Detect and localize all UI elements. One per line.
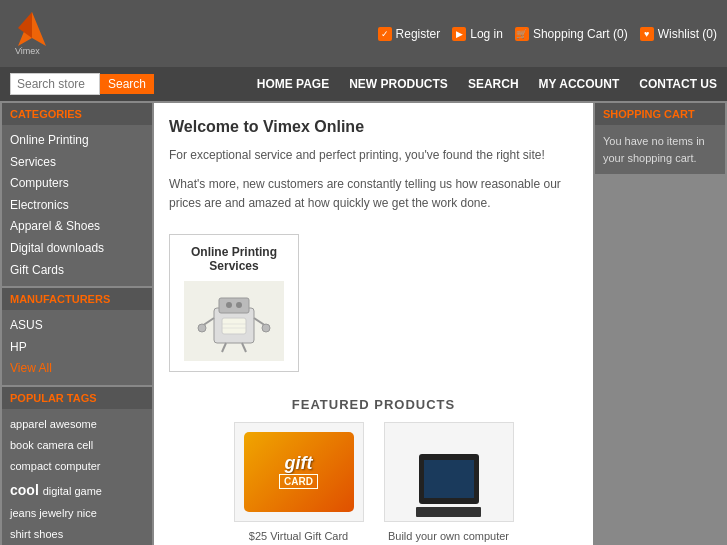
login-label[interactable]: Log in xyxy=(470,27,503,41)
cat-online-printing[interactable]: Online Printing xyxy=(10,130,144,152)
register-label[interactable]: Register xyxy=(396,27,441,41)
logo: Vimex xyxy=(10,8,55,59)
logo-image: Vimex xyxy=(10,8,55,59)
svg-rect-2 xyxy=(219,298,249,313)
nav-contact[interactable]: CONTACT US xyxy=(639,77,717,91)
featured-header: FEATURED PRODUCTS xyxy=(169,397,578,412)
right-sidebar: SHOPPING CART You have no items in your … xyxy=(595,103,725,545)
tag-shoes[interactable]: shoes xyxy=(34,528,63,540)
popular-tags-section: POPULAR TAGS apparel awesome book camera… xyxy=(2,387,152,545)
tag-cool[interactable]: cool xyxy=(10,482,43,498)
tag-cell[interactable]: cell xyxy=(77,439,94,451)
tag-apparel[interactable]: apparel xyxy=(10,418,50,430)
header: Vimex ✓ Register ▶ Log in 🛒 Shopping Car… xyxy=(0,0,727,67)
cart-label[interactable]: Shopping Cart (0) xyxy=(533,27,628,41)
wishlist-link[interactable]: ♥ Wishlist (0) xyxy=(640,27,717,41)
login-link[interactable]: ▶ Log in xyxy=(452,27,503,41)
categories-header: CATEGORIES xyxy=(2,103,152,125)
keyboard xyxy=(416,507,481,517)
login-icon: ▶ xyxy=(452,27,466,41)
product-gift-card[interactable]: gift CARD $25 Virtual Gift Card xyxy=(234,422,364,542)
mfr-hp[interactable]: HP xyxy=(10,337,144,359)
wishlist-label[interactable]: Wishlist (0) xyxy=(658,27,717,41)
nav-links: HOME PAGE NEW PRODUCTS SEARCH MY ACCOUNT… xyxy=(257,77,717,91)
monitor xyxy=(419,454,479,504)
product-computer[interactable]: Build your own computer xyxy=(384,422,514,542)
tag-nice[interactable]: nice xyxy=(77,507,97,519)
search-input[interactable] xyxy=(10,73,100,95)
search-box: Search xyxy=(10,73,154,95)
tags-container: apparel awesome book camera cell compact… xyxy=(2,409,152,545)
wishlist-icon: ♥ xyxy=(640,27,654,41)
nav-my-account[interactable]: MY ACCOUNT xyxy=(539,77,620,91)
cat-gift-cards[interactable]: Gift Cards xyxy=(10,260,144,282)
printing-box[interactable]: Online Printing Services xyxy=(169,234,299,372)
register-link[interactable]: ✓ Register xyxy=(378,27,441,41)
cart-link[interactable]: 🛒 Shopping Cart (0) xyxy=(515,27,628,41)
svg-point-7 xyxy=(198,324,206,332)
gift-card-img: gift CARD xyxy=(234,422,364,522)
cat-digital-downloads[interactable]: Digital downloads xyxy=(10,238,144,260)
navbar: Search HOME PAGE NEW PRODUCTS SEARCH MY … xyxy=(0,67,727,101)
gift-card-name: $25 Virtual Gift Card xyxy=(234,530,364,542)
categories-content: Online Printing Services Computers Elect… xyxy=(2,125,152,286)
printing-img xyxy=(184,281,284,361)
cat-apparel[interactable]: Apparel & Shoes xyxy=(10,216,144,238)
categories-section: CATEGORIES Online Printing Services Comp… xyxy=(2,103,152,286)
manufacturers-content: ASUS HP View All xyxy=(2,310,152,385)
tag-book[interactable]: book xyxy=(10,439,37,451)
nav-new-products[interactable]: NEW PRODUCTS xyxy=(349,77,448,91)
svg-line-9 xyxy=(222,343,226,352)
computer-visual xyxy=(404,427,494,517)
computer-img xyxy=(384,422,514,522)
manufacturers-section: MANUFACTURERS ASUS HP View All xyxy=(2,288,152,385)
cat-computers[interactable]: Computers xyxy=(10,173,144,195)
welcome-title: Welcome to Vimex Online xyxy=(169,118,578,136)
computer-name: Build your own computer xyxy=(384,530,514,542)
tag-digital[interactable]: digital xyxy=(43,485,75,497)
tag-jewelry[interactable]: jewelry xyxy=(39,507,76,519)
tag-computer[interactable]: computer xyxy=(55,460,101,472)
tag-awesome[interactable]: awesome xyxy=(50,418,97,430)
mfr-asus[interactable]: ASUS xyxy=(10,315,144,337)
tag-jeans[interactable]: jeans xyxy=(10,507,39,519)
products-row: gift CARD $25 Virtual Gift Card Buil xyxy=(169,422,578,542)
register-icon: ✓ xyxy=(378,27,392,41)
content-area: Welcome to Vimex Online For exceptional … xyxy=(154,103,593,545)
printing-box-title: Online Printing Services xyxy=(180,245,288,273)
main: CATEGORIES Online Printing Services Comp… xyxy=(0,101,727,545)
popular-tags-header: POPULAR TAGS xyxy=(2,387,152,409)
tag-game[interactable]: game xyxy=(74,485,102,497)
cart-icon: 🛒 xyxy=(515,27,529,41)
welcome-p2: What's more, new customers are constantl… xyxy=(169,175,578,213)
tag-compact[interactable]: compact xyxy=(10,460,55,472)
tag-camera[interactable]: camera xyxy=(37,439,77,451)
welcome-p1: For exceptional service and perfect prin… xyxy=(169,146,578,165)
header-right: ✓ Register ▶ Log in 🛒 Shopping Cart (0) … xyxy=(378,27,717,41)
svg-rect-11 xyxy=(222,318,246,334)
mfr-view-all[interactable]: View All xyxy=(10,358,144,380)
gift-card-visual: gift CARD xyxy=(244,432,354,512)
shopping-cart-header: SHOPPING CART xyxy=(595,103,725,125)
shopping-cart-section: SHOPPING CART You have no items in your … xyxy=(595,103,725,174)
nav-home[interactable]: HOME PAGE xyxy=(257,77,329,91)
shopping-cart-content: You have no items in your shopping cart. xyxy=(595,125,725,174)
cat-services[interactable]: Services xyxy=(10,152,144,174)
svg-point-3 xyxy=(226,302,232,308)
search-button[interactable]: Search xyxy=(100,74,154,94)
svg-point-4 xyxy=(236,302,242,308)
left-sidebar: CATEGORIES Online Printing Services Comp… xyxy=(2,103,152,545)
manufacturers-header: MANUFACTURERS xyxy=(2,288,152,310)
cat-electronics[interactable]: Electronics xyxy=(10,195,144,217)
svg-line-10 xyxy=(242,343,246,352)
nav-search[interactable]: SEARCH xyxy=(468,77,519,91)
monitor-screen xyxy=(424,460,474,498)
svg-point-8 xyxy=(262,324,270,332)
svg-text:Vimex: Vimex xyxy=(15,46,40,56)
tag-shirt[interactable]: shirt xyxy=(10,528,34,540)
